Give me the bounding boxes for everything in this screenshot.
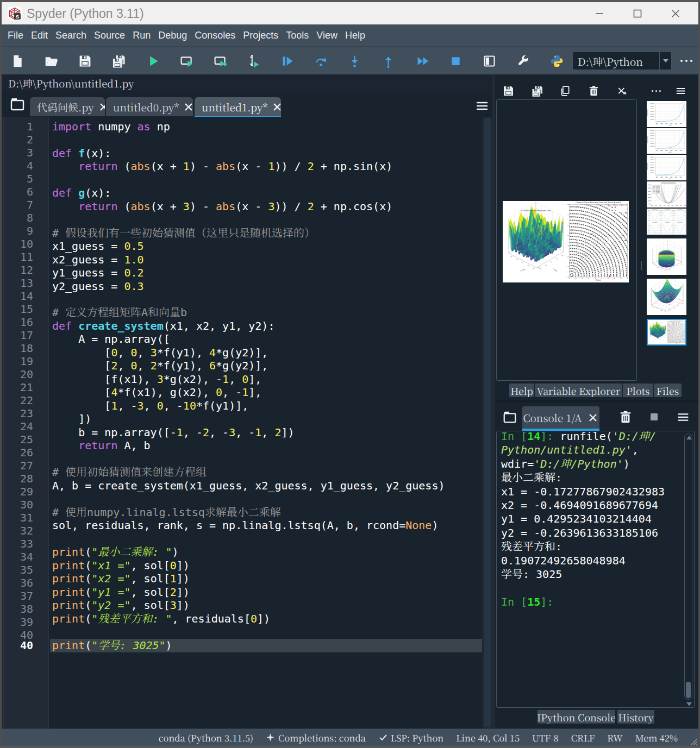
editor-tab-1[interactable]: 代码问候.py (30, 97, 105, 116)
step-over-button[interactable] (309, 49, 333, 73)
save-all-button[interactable] (107, 49, 130, 73)
plot-thumbnail-exp-curve-2[interactable] (647, 128, 686, 154)
console-tab[interactable]: Console 1/A (522, 406, 599, 429)
tab-close-button[interactable] (98, 101, 105, 113)
line-number[interactable]: 36 (2, 576, 33, 589)
pane-tab-files[interactable]: Files (654, 384, 682, 397)
line-number[interactable]: 31 (2, 511, 33, 524)
code-line[interactable]: [f(x1), 3*g(x2), -1, 0], (49, 373, 482, 386)
line-number[interactable]: 39 (2, 615, 33, 628)
editor-tab-3[interactable]: untitled1.py* (195, 97, 281, 116)
open-file-button[interactable] (39, 49, 63, 73)
menu-item-source[interactable]: Source (90, 24, 129, 46)
line-number[interactable]: 6 (2, 185, 33, 198)
code-line[interactable]: y2_guess = 0.3 (49, 280, 482, 293)
save-all-plots-button[interactable] (526, 80, 548, 102)
ipython-console[interactable]: In [14]: runfile('D:/珅/Python/untitled1.… (496, 431, 695, 708)
console-options-button[interactable] (676, 410, 691, 425)
line-number[interactable]: 19 (2, 355, 33, 368)
menu-item-file[interactable]: File (4, 24, 27, 46)
line-number[interactable]: 38 (2, 602, 33, 615)
code-line[interactable]: print("y2 =", sol[3]) (49, 599, 482, 612)
step-into-button[interactable] (342, 49, 366, 73)
plot-thumbnail-exp-curve-3[interactable] (647, 155, 686, 180)
line-number[interactable]: 37 (2, 589, 33, 602)
plot-thumbnail-parabola-grid[interactable] (647, 209, 686, 235)
python-env-button[interactable] (545, 49, 568, 73)
code-line[interactable] (49, 293, 482, 306)
code-line[interactable]: def g(x): (49, 186, 482, 199)
pane-tab-help[interactable]: Help (509, 384, 534, 397)
plots-hamburger-button[interactable] (670, 80, 691, 102)
scrollbar-handle[interactable] (686, 682, 691, 698)
close-all-plots-button[interactable] (611, 80, 633, 102)
code-line[interactable]: x2_guess = 1.0 (49, 253, 482, 266)
line-number[interactable]: 13 (2, 276, 33, 290)
menu-item-run[interactable]: Run (129, 24, 154, 46)
toolbar-overflow-button[interactable] (676, 49, 697, 73)
continue-button[interactable] (410, 49, 434, 73)
console-scrollbar[interactable] (684, 433, 692, 700)
code-line[interactable]: b = np.array([-1, -2, -3, -1, 2]) (49, 426, 482, 439)
line-number[interactable]: 14 (2, 290, 33, 303)
code-line[interactable]: def create_system(x1, x2, y1, y2): (49, 319, 482, 332)
plot-thumbnail-exp-curve-1[interactable] (647, 101, 686, 127)
code-line[interactable]: y1_guess = 0.2 (49, 266, 482, 279)
code-line[interactable]: ]) (49, 412, 482, 425)
line-number[interactable]: 3 (2, 146, 33, 159)
line-number[interactable]: 7 (2, 198, 33, 211)
run-button[interactable] (141, 49, 165, 73)
line-number[interactable]: 21 (2, 381, 33, 394)
line-number[interactable]: 23 (2, 407, 33, 420)
debug-button[interactable] (275, 49, 299, 73)
editor-options-button[interactable] (474, 98, 490, 114)
pane-tab-plots[interactable]: Plots (623, 384, 653, 397)
code-line[interactable]: print("学号: 3025") (49, 639, 482, 652)
pane-tab-variable-explorer[interactable]: Variable Explorer (535, 384, 622, 397)
save-plot-button[interactable] (497, 80, 519, 102)
save-button[interactable] (73, 49, 97, 73)
resize-grip[interactable] (689, 737, 698, 746)
step-out-button[interactable] (376, 49, 400, 73)
line-number[interactable]: 5 (2, 172, 33, 185)
line-number[interactable]: 25 (2, 433, 33, 446)
plot-thumbnail-bowl-surface[interactable] (647, 279, 686, 315)
code-line[interactable]: # 使用numpy.linalg.lstsq求解最小二乘解 (49, 506, 482, 519)
line-number[interactable]: 4 (2, 159, 33, 172)
line-number[interactable]: 22 (2, 394, 33, 407)
plot-thumbnail-cylinder-surface[interactable] (647, 238, 686, 275)
gutter-numbers[interactable]: 1234567891011121314151617181920212223242… (2, 120, 33, 642)
tab-close-button[interactable] (271, 101, 281, 113)
code-line[interactable]: print("x1 =", sol[0]) (49, 559, 482, 572)
line-number[interactable]: 34 (2, 550, 33, 563)
stop-button[interactable] (443, 49, 467, 73)
plot-thumbnail-parabola-family[interactable] (647, 181, 686, 208)
line-number[interactable]: 12 (2, 263, 33, 276)
browse-tabs-button[interactable] (9, 96, 26, 113)
line-number[interactable]: 15 (2, 303, 33, 316)
code-line[interactable]: sol, residuals, rank, s = np.linalg.lsts… (49, 519, 482, 532)
code-line[interactable]: # 定义方程组矩阵A和向量b (49, 306, 482, 319)
horizontal-splitter[interactable] (495, 399, 698, 404)
run-cell-button[interactable] (174, 49, 198, 73)
line-number[interactable]: 1 (2, 120, 33, 133)
code-line[interactable] (49, 213, 482, 226)
new-console-button[interactable] (502, 410, 517, 425)
console-tab-close-button[interactable] (587, 412, 599, 424)
code-line[interactable]: return (abs(x + 1) - abs(x - 1)) / 2 + n… (49, 160, 482, 173)
code-line[interactable]: [1, -3, 0, -10*f(y1)], (49, 399, 482, 412)
scrollbar-handle[interactable] (484, 118, 491, 727)
menu-item-help[interactable]: Help (341, 24, 369, 46)
code-line[interactable]: print("x2 =", sol[1]) (49, 572, 482, 585)
line-number[interactable]: 17 (2, 329, 33, 342)
code-line[interactable]: A = np.array([ (49, 332, 482, 345)
line-number[interactable]: 16 (2, 316, 33, 329)
line-number[interactable]: 2 (2, 133, 33, 146)
menu-item-search[interactable]: Search (52, 24, 90, 46)
line-number[interactable]: 9 (2, 224, 33, 237)
code-line[interactable]: # 假设我们有一些初始猜测值（这里只是随机选择的） (49, 227, 482, 240)
code-line[interactable]: def f(x): (49, 147, 482, 160)
line-number[interactable]: 11 (2, 250, 33, 263)
code-editor[interactable]: 1234567891011121314151617181920212223242… (2, 117, 492, 728)
code-line[interactable]: return A, b (49, 439, 482, 452)
